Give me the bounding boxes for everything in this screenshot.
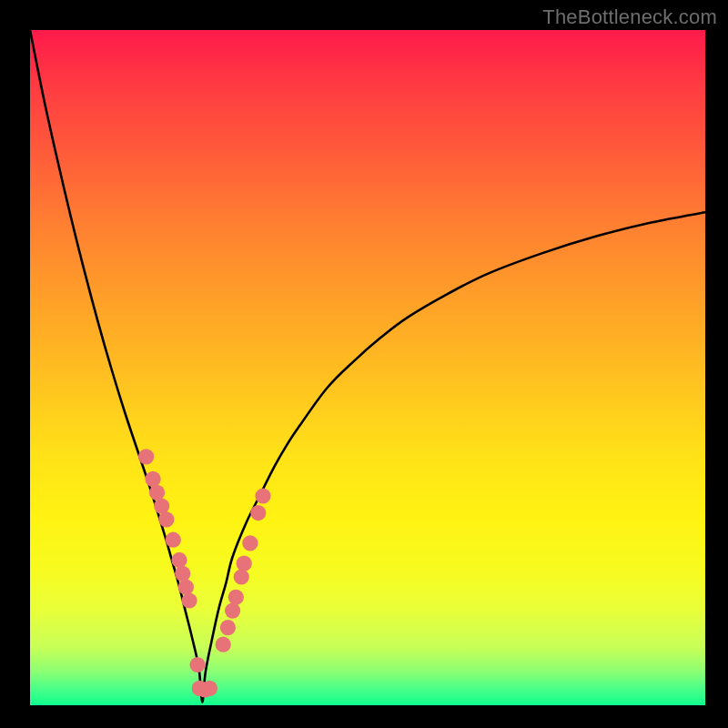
bottleneck-curve — [30, 30, 705, 702]
data-marker — [145, 471, 160, 487]
data-marker — [178, 580, 194, 595]
data-marker — [171, 552, 187, 568]
data-marker — [255, 488, 270, 503]
watermark-text: TheBottleneck.com — [542, 5, 717, 29]
data-marker — [225, 603, 240, 619]
data-marker — [189, 657, 205, 672]
data-marker — [237, 556, 252, 571]
data-marker — [182, 592, 197, 608]
plot-outer: TheBottleneck.com — [0, 0, 728, 728]
chart-frame: TheBottleneck.com — [0, 0, 728, 728]
data-marker — [234, 569, 249, 584]
data-marker — [250, 505, 266, 521]
data-marker — [202, 681, 217, 696]
data-marker — [220, 620, 236, 635]
data-marker — [242, 535, 258, 551]
chart-svg — [30, 30, 705, 705]
data-marker — [149, 485, 165, 500]
data-marker — [228, 590, 244, 605]
data-marker — [158, 511, 174, 527]
data-marker — [216, 637, 231, 652]
data-marker — [138, 449, 154, 464]
plot-area — [30, 30, 705, 705]
data-marker — [166, 532, 181, 548]
marker-group — [138, 449, 271, 697]
data-marker — [175, 566, 190, 581]
data-marker — [154, 499, 169, 514]
